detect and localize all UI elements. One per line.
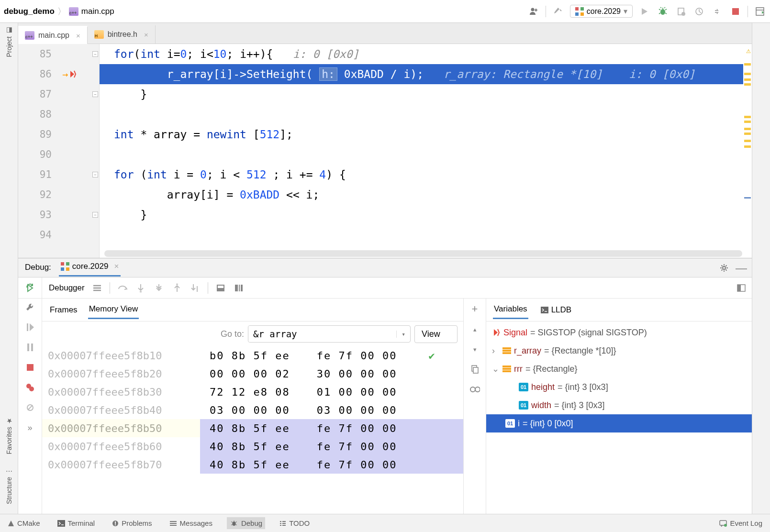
threads-icon[interactable] <box>91 282 103 294</box>
gutter[interactable]: 85−86→87−88899091−9293−94 <box>18 44 100 258</box>
breadcrumb[interactable]: debug_demo 〉 c++ main.cpp <box>4 6 114 17</box>
tab-label: main.cpp <box>38 31 69 40</box>
svg-rect-13 <box>241 285 243 291</box>
svg-point-21 <box>29 387 34 391</box>
tool-problems[interactable]: Problems <box>109 517 155 529</box>
run-icon[interactable] <box>638 5 651 18</box>
code-editor[interactable]: 85−86→87−88899091−9293−94 ⚠ for(int i=0;… <box>18 44 752 258</box>
pause-icon[interactable] <box>24 342 36 353</box>
run-config-selector[interactable]: core.2029 ▾ <box>570 5 633 18</box>
tool-cmake[interactable]: CMake <box>5 517 43 529</box>
close-icon[interactable]: × <box>144 31 148 39</box>
svg-rect-28 <box>57 520 65 527</box>
watch-icon[interactable] <box>469 384 480 395</box>
tool-window-structure[interactable]: Structure⋯ <box>5 467 13 504</box>
build-icon[interactable] <box>552 5 564 18</box>
cpp-file-icon: c++ <box>25 31 34 40</box>
config-icon <box>575 7 584 16</box>
svg-point-25 <box>470 387 475 392</box>
editor-tabs: c++main.cpp× Hbintree.h× <box>18 23 752 44</box>
svg-point-0 <box>531 8 534 11</box>
add-watch-icon[interactable]: + <box>469 303 480 315</box>
editor-tab-bintree[interactable]: Hbintree.h× <box>88 25 156 44</box>
svg-rect-8 <box>176 284 178 285</box>
down-icon[interactable]: ▾ <box>469 344 480 355</box>
svg-rect-31 <box>115 524 116 525</box>
run-to-cursor-icon[interactable] <box>190 282 201 294</box>
tab-frames[interactable]: Frames <box>49 301 78 319</box>
marker-bar[interactable]: ⚠ <box>743 44 752 258</box>
cpp-file-icon: c++ <box>69 7 78 16</box>
bottom-bar: CMake Terminal Problems Messages Debug T… <box>0 514 770 532</box>
svg-rect-12 <box>239 285 240 291</box>
svg-rect-4 <box>732 8 739 15</box>
svg-point-26 <box>475 387 480 392</box>
hex-column[interactable]: b0 8b 5f eefe 7f 00 00✔00 00 00 0230 00 … <box>200 346 463 514</box>
close-icon[interactable]: × <box>76 32 80 40</box>
debug-tab-label: core.2029 <box>72 262 109 271</box>
svg-rect-5 <box>756 8 764 15</box>
tool-window-project[interactable]: Project◧ <box>5 27 13 57</box>
view-breakpoints-icon[interactable] <box>24 382 36 393</box>
left-tool-strip: Project◧ Favorites★ Structure⋯ <box>0 23 18 514</box>
attach-icon[interactable] <box>711 5 724 18</box>
svg-rect-11 <box>235 285 238 291</box>
close-icon[interactable]: × <box>114 262 119 271</box>
evaluate-icon[interactable] <box>215 282 226 294</box>
step-over-icon[interactable] <box>117 282 128 294</box>
stop-icon[interactable] <box>729 5 742 18</box>
debug-session-tab[interactable]: core.2029 × <box>59 259 121 277</box>
tool-todo[interactable]: TODO <box>277 517 312 529</box>
force-step-into-icon[interactable] <box>153 282 165 294</box>
variables-tree[interactable]: Signal = SIGSTOP (signal SIGSTOP)› r_arr… <box>486 321 752 514</box>
breadcrumb-file[interactable]: main.cpp <box>81 7 114 16</box>
layout-settings-icon[interactable] <box>736 282 747 294</box>
goto-address-input[interactable] <box>248 326 396 342</box>
step-into-icon[interactable] <box>135 282 146 294</box>
run-config-name: core.2029 <box>587 7 621 16</box>
goto-label: Go to: <box>221 329 244 339</box>
svg-point-1 <box>660 9 665 15</box>
rerun-icon[interactable] <box>24 282 36 294</box>
wrench-icon[interactable] <box>24 301 36 313</box>
more-icon[interactable]: » <box>24 422 36 433</box>
copy-icon[interactable] <box>469 364 480 375</box>
up-icon[interactable]: ▴ <box>469 323 480 335</box>
svg-rect-17 <box>27 344 29 351</box>
trace-icon[interactable] <box>233 282 245 294</box>
add-user-icon[interactable] <box>527 5 540 18</box>
svg-rect-10 <box>218 286 223 288</box>
config-icon <box>61 262 69 271</box>
debug-icon[interactable] <box>657 5 669 18</box>
svg-point-32 <box>232 521 235 526</box>
coverage-icon[interactable] <box>675 5 687 18</box>
tool-window-favorites[interactable]: Favorites★ <box>5 417 13 454</box>
event-log[interactable]: Event Log <box>716 517 765 529</box>
gear-icon[interactable] <box>718 262 730 274</box>
chevron-down-icon[interactable]: ▾ <box>396 331 410 338</box>
tab-variables[interactable]: Variables <box>493 300 528 319</box>
svg-rect-18 <box>31 344 33 351</box>
debugger-label: Debugger <box>49 283 85 293</box>
tool-messages[interactable]: Messages <box>167 517 215 529</box>
breadcrumb-project[interactable]: debug_demo <box>4 7 55 16</box>
editor-tab-main[interactable]: c++main.cpp× <box>18 26 88 44</box>
tool-terminal[interactable]: Terminal <box>55 517 98 529</box>
goto-address-combo[interactable]: ▾ <box>248 325 411 343</box>
view-button[interactable]: View <box>414 325 458 343</box>
address-column[interactable]: 0x00007ffeee5f8b100x00007ffeee5f8b200x00… <box>42 346 200 514</box>
svg-rect-7 <box>140 291 142 292</box>
profile-icon[interactable] <box>693 5 705 18</box>
mute-breakpoints-icon[interactable] <box>24 402 36 413</box>
stop-icon[interactable] <box>24 362 36 373</box>
horizontal-scrollbar[interactable] <box>104 250 742 257</box>
tab-lldb[interactable]: LLDB <box>540 301 573 319</box>
debugger-toolbar: Debugger <box>18 277 752 299</box>
minimize-icon[interactable]: — <box>736 262 747 274</box>
layout-icon[interactable] <box>754 5 766 18</box>
tab-memory-view[interactable]: Memory View <box>88 300 139 319</box>
resume-icon[interactable] <box>24 321 36 333</box>
svg-rect-16 <box>27 323 28 331</box>
tool-debug[interactable]: Debug <box>227 517 265 529</box>
step-out-icon[interactable] <box>171 282 183 294</box>
